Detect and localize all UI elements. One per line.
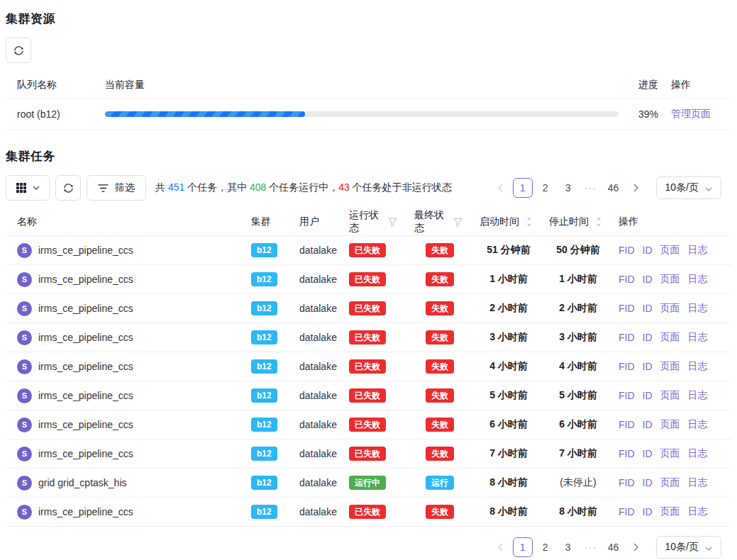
start-time: 8 小时前 xyxy=(468,476,538,489)
page-link[interactable]: 页面 xyxy=(660,505,680,518)
avatar: S xyxy=(17,447,32,461)
filter-button[interactable]: 筛选 xyxy=(87,175,146,201)
filter-icon xyxy=(98,184,109,193)
id-link[interactable]: ID xyxy=(643,245,653,256)
page-link[interactable]: 页面 xyxy=(660,331,680,344)
page-button-1[interactable]: 1 xyxy=(513,178,533,198)
page-link[interactable]: 页面 xyxy=(660,244,680,257)
sort-icon[interactable] xyxy=(526,217,532,227)
page-size-select[interactable]: 10条/页 xyxy=(656,536,721,559)
page-button-3[interactable]: 3 xyxy=(558,537,578,557)
stop-time: 8 小时前 xyxy=(538,505,607,518)
id-link[interactable]: ID xyxy=(643,332,653,343)
task-name: irms_ce_pipeline_ccs xyxy=(38,303,133,314)
column-final-status[interactable]: 最终状态 xyxy=(403,209,468,235)
page-link[interactable]: 页面 xyxy=(660,418,680,431)
page-ellipsis[interactable]: ··· xyxy=(581,537,601,557)
page-link[interactable]: 页面 xyxy=(660,302,680,315)
page-button-46[interactable]: 46 xyxy=(604,537,624,557)
log-link[interactable]: 日志 xyxy=(688,244,708,257)
final-status-badge: 失败 xyxy=(426,447,454,461)
run-status-badge: 运行中 xyxy=(349,476,386,490)
column-settings-dropdown-button[interactable] xyxy=(6,175,50,201)
user-name: datalake xyxy=(288,303,338,314)
manage-page-link[interactable]: 管理页面 xyxy=(671,108,711,119)
avatar: S xyxy=(17,418,32,432)
cluster-badge: b12 xyxy=(251,447,277,461)
id-link[interactable]: ID xyxy=(643,303,653,314)
prev-page-button[interactable] xyxy=(490,178,510,198)
user-name: datalake xyxy=(288,361,338,372)
sort-icon[interactable] xyxy=(596,217,602,227)
cluster-badge: b12 xyxy=(251,301,277,315)
task-name: irms_ce_pipeline_ccs xyxy=(38,245,133,256)
log-link[interactable]: 日志 xyxy=(688,418,708,431)
fid-link[interactable]: FID xyxy=(619,506,635,517)
page-ellipsis[interactable]: ··· xyxy=(581,178,601,198)
task-name: irms_ce_pipeline_ccs xyxy=(38,332,133,343)
log-link[interactable]: 日志 xyxy=(688,505,708,518)
log-link[interactable]: 日志 xyxy=(688,302,708,315)
table-row: S irms_ce_pipeline_ccs b12 datalake 已失败 … xyxy=(6,410,731,439)
next-page-button[interactable] xyxy=(626,178,646,198)
cluster-badge: b12 xyxy=(251,505,277,519)
funnel-filter-icon[interactable] xyxy=(453,218,462,227)
fid-link[interactable]: FID xyxy=(619,303,635,314)
page-size-select[interactable]: 10条/页 xyxy=(656,177,721,199)
page-button-2[interactable]: 2 xyxy=(536,537,555,557)
fid-link[interactable]: FID xyxy=(619,448,635,459)
page-link[interactable]: 页面 xyxy=(660,447,680,460)
tasks-table: 名称 集群 用户 运行状态 最终状态 启动时间 停止时间 操作 xyxy=(6,208,731,527)
id-link[interactable]: ID xyxy=(643,274,653,285)
page-link[interactable]: 页面 xyxy=(660,360,680,373)
id-link[interactable]: ID xyxy=(643,477,653,488)
column-final-status-label: 最终状态 xyxy=(414,209,453,235)
fid-link[interactable]: FID xyxy=(619,332,635,343)
resources-refresh-button[interactable] xyxy=(6,38,31,63)
avatar: S xyxy=(17,272,32,287)
page-size-value: 10条/页 xyxy=(665,181,699,194)
page-button-2[interactable]: 2 xyxy=(536,178,555,198)
page-button-1[interactable]: 1 xyxy=(513,537,533,557)
page-link[interactable]: 页面 xyxy=(660,476,680,489)
prev-page-button[interactable] xyxy=(490,537,510,557)
table-row: S irms_ce_pipeline_ccs b12 datalake 已失败 … xyxy=(6,439,731,469)
final-status-badge: 失败 xyxy=(426,301,454,315)
fid-link[interactable]: FID xyxy=(619,477,635,488)
column-start-time[interactable]: 启动时间 xyxy=(468,215,538,228)
next-page-button[interactable] xyxy=(626,537,646,557)
page-link[interactable]: 页面 xyxy=(660,273,680,286)
log-link[interactable]: 日志 xyxy=(688,331,708,344)
id-link[interactable]: ID xyxy=(643,361,653,372)
final-status-badge: 失败 xyxy=(426,359,454,374)
page-link[interactable]: 页面 xyxy=(660,389,680,402)
tasks-table-header: 名称 集群 用户 运行状态 最终状态 启动时间 停止时间 操作 xyxy=(6,208,731,236)
fid-link[interactable]: FID xyxy=(619,390,635,401)
avatar: S xyxy=(17,388,32,403)
tasks-refresh-button[interactable] xyxy=(55,175,81,201)
resources-table: 队列名称 当前容量 进度 操作 root (b12) 39% 管理页面 xyxy=(6,72,731,130)
fid-link[interactable]: FID xyxy=(619,274,635,285)
run-status-badge: 已失败 xyxy=(349,272,386,286)
log-link[interactable]: 日志 xyxy=(688,360,708,373)
log-link[interactable]: 日志 xyxy=(688,447,708,460)
id-link[interactable]: ID xyxy=(643,506,653,517)
user-name: datalake xyxy=(288,506,338,517)
stats-suffix: 个任务处于非运行状态 xyxy=(350,181,452,193)
id-link[interactable]: ID xyxy=(643,390,653,401)
stop-time: (未停止) xyxy=(538,476,607,489)
page-button-3[interactable]: 3 xyxy=(558,178,578,198)
page-button-46[interactable]: 46 xyxy=(604,178,624,198)
log-link[interactable]: 日志 xyxy=(688,273,708,286)
fid-link[interactable]: FID xyxy=(619,245,635,256)
funnel-filter-icon[interactable] xyxy=(388,218,397,227)
id-link[interactable]: ID xyxy=(643,448,653,459)
avatar: S xyxy=(17,243,32,258)
column-stop-time[interactable]: 停止时间 xyxy=(538,215,607,228)
log-link[interactable]: 日志 xyxy=(688,389,708,402)
fid-link[interactable]: FID xyxy=(619,361,635,372)
column-run-status[interactable]: 运行状态 xyxy=(338,209,403,235)
fid-link[interactable]: FID xyxy=(619,419,635,430)
id-link[interactable]: ID xyxy=(643,419,653,430)
log-link[interactable]: 日志 xyxy=(688,476,708,489)
